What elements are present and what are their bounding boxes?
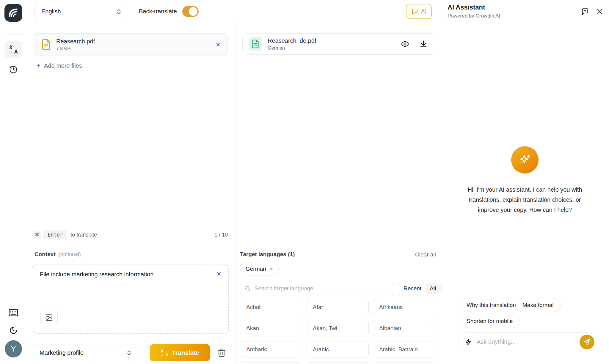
source-language-select[interactable]: English xyxy=(34,4,127,19)
suggestion-chip[interactable]: Shorten for mobile xyxy=(460,314,519,328)
sidebar-item-translate[interactable]: ẋ→A xyxy=(5,41,22,58)
translate-button[interactable]: ẋ→A Translate xyxy=(150,344,210,361)
translated-file-name: Reasearch_de.pdf xyxy=(268,37,391,44)
topbar-divider xyxy=(27,23,609,23)
suggestion-chip[interactable]: Make formal xyxy=(516,298,561,312)
search-icon xyxy=(244,285,251,292)
close-panel-button[interactable] xyxy=(596,8,604,15)
remove-file-button[interactable]: × xyxy=(216,41,220,48)
back-translate-group: Back-translate xyxy=(139,0,199,23)
source-file-name: Reasearch.pdf xyxy=(56,38,216,45)
send-button[interactable] xyxy=(580,335,594,349)
add-more-files-button[interactable]: + Add more files xyxy=(34,62,84,70)
language-option[interactable]: Arabic xyxy=(307,341,369,357)
attach-image-button[interactable] xyxy=(40,309,58,326)
language-option[interactable]: Afar xyxy=(307,299,369,315)
avatar[interactable]: Y xyxy=(5,340,22,357)
translate-button-icon: ẋ→A xyxy=(161,349,168,356)
ai-assistant-badge xyxy=(511,146,539,174)
selected-language-chip: German × xyxy=(240,262,279,275)
ai-assistant-button[interactable]: AI xyxy=(406,4,432,19)
moon-icon xyxy=(9,326,18,335)
message-plus-icon xyxy=(581,8,589,16)
remove-language-button[interactable]: × xyxy=(270,266,273,272)
keyboard-icon xyxy=(9,309,18,316)
close-icon xyxy=(596,8,604,15)
translate-shortcut-row: ⌘ Enter to translate 1 / 10 xyxy=(33,229,228,240)
app-window: ẋ→A Y English xyxy=(0,0,609,364)
crowdin-logo-icon xyxy=(7,6,20,19)
delete-button[interactable] xyxy=(217,348,226,357)
language-option[interactable]: Akan xyxy=(240,320,302,336)
ai-ask-input[interactable] xyxy=(476,338,575,346)
source-file-size: 7.8 KB xyxy=(56,46,216,51)
usage-counter: 1 / 10 xyxy=(214,232,228,238)
language-search xyxy=(240,282,394,295)
ai-panel-title: AI Assistant xyxy=(448,4,485,11)
keyboard-shortcuts-button[interactable] xyxy=(5,307,22,319)
lightning-icon[interactable] xyxy=(465,338,472,346)
profile-select-value: Marketing profile xyxy=(40,349,84,356)
context-box: File include marketing research informat… xyxy=(33,264,229,334)
language-option[interactable]: Arabic, Bahrain xyxy=(373,341,435,357)
translated-file-info: Reasearch_de.pdf German xyxy=(268,37,391,51)
translated-file-tile xyxy=(249,37,262,51)
plus-icon: + xyxy=(36,62,40,69)
translate-button-label: Translate xyxy=(172,349,199,356)
enter-key-badge: Enter xyxy=(43,230,67,239)
translated-file-card: Reasearch_de.pdf German xyxy=(242,33,435,55)
language-option[interactable] xyxy=(373,362,435,364)
source-language-value: English xyxy=(41,8,61,15)
shortcut-hint: to translate xyxy=(70,232,97,238)
add-more-files-label: Add more files xyxy=(44,62,82,69)
toggle-knob xyxy=(189,7,197,16)
crowdin-logo[interactable] xyxy=(4,4,22,22)
back-translate-toggle[interactable] xyxy=(182,6,199,17)
context-optional-label: (optional) xyxy=(59,251,81,258)
source-file-card: Reasearch.pdf 7.8 KB × xyxy=(33,33,228,56)
language-option[interactable]: Amharic xyxy=(240,341,302,357)
preview-file-button[interactable] xyxy=(401,40,409,48)
download-file-button[interactable] xyxy=(419,40,428,48)
chevron-updown-icon xyxy=(126,349,132,356)
section-divider xyxy=(27,246,441,246)
language-option[interactable] xyxy=(240,362,302,364)
language-option[interactable]: Acholi xyxy=(240,299,302,315)
tab-all[interactable]: All xyxy=(426,283,440,294)
history-icon xyxy=(9,65,18,74)
sparkle-icon xyxy=(518,153,532,167)
trash-icon xyxy=(217,348,226,357)
tab-recent[interactable]: Recent xyxy=(400,283,425,294)
ai-button-label: AI xyxy=(421,8,427,15)
language-search-input[interactable] xyxy=(254,285,390,292)
eye-icon xyxy=(401,40,409,48)
dark-mode-toggle[interactable] xyxy=(5,324,22,336)
context-input[interactable]: File include marketing research informat… xyxy=(40,271,206,307)
context-header: Context (optional) xyxy=(34,251,81,258)
sidebar-item-history[interactable] xyxy=(5,61,22,78)
send-icon xyxy=(583,338,591,346)
clear-all-button[interactable]: Clear all xyxy=(415,251,436,258)
target-languages-header: Target languages (1) xyxy=(240,251,295,258)
back-translate-label: Back-translate xyxy=(139,8,177,15)
chevron-updown-icon xyxy=(116,8,122,15)
source-file-info: Reasearch.pdf 7.8 KB xyxy=(56,38,216,51)
context-label: Context xyxy=(34,251,56,258)
language-option[interactable] xyxy=(307,362,369,364)
translate-icon: ẋ→A xyxy=(9,45,18,54)
new-chat-button[interactable] xyxy=(581,8,589,16)
file-icon xyxy=(41,39,51,50)
translated-file-language: German xyxy=(268,45,391,51)
avatar-letter: Y xyxy=(11,344,16,354)
sidebar: ẋ→A Y xyxy=(0,0,27,364)
language-filter-segment: Recent All xyxy=(398,282,442,295)
clear-context-button[interactable]: × xyxy=(217,270,221,278)
ai-greeting-text: Hi! I'm your AI assistant. I can help yo… xyxy=(458,185,592,215)
language-option[interactable]: Afrikaans xyxy=(373,299,435,315)
command-key-badge: ⌘ xyxy=(33,231,41,239)
language-option[interactable]: Albanian xyxy=(373,320,435,336)
ai-panel-subtitle: Powered by Crowdin AI xyxy=(448,13,500,19)
selected-language-label: German xyxy=(246,266,266,272)
profile-select[interactable]: Marketing profile xyxy=(33,344,137,361)
language-option[interactable]: Akan, Twi xyxy=(307,320,369,336)
